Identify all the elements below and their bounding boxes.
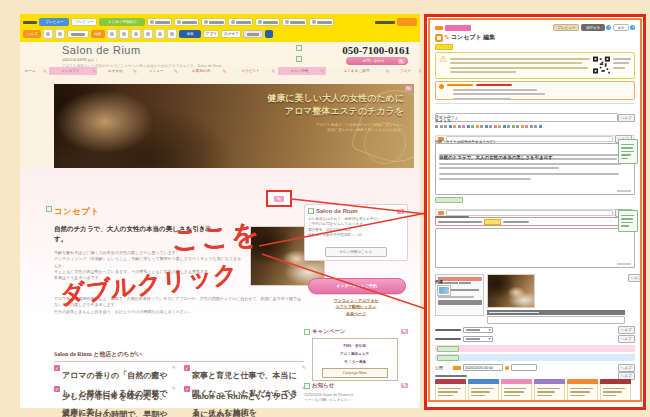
theme-card[interactable] — [435, 379, 466, 402]
internet-reserve-button[interactable]: インターネットご予約 — [308, 278, 406, 294]
help-button[interactable]: ヘルプ — [618, 114, 635, 122]
publish-end-input[interactable] — [511, 364, 537, 371]
nav-item-voice[interactable]: お客様の声 — [180, 67, 228, 75]
cms-tool-icon[interactable] — [131, 29, 141, 39]
help-button[interactable]: ヘルプ — [628, 274, 642, 282]
notice-tag — [435, 44, 453, 50]
theme-card[interactable] — [567, 379, 598, 402]
cms-tool-icon[interactable] — [119, 29, 129, 39]
title-input[interactable]: コンセプト — [435, 113, 618, 122]
cms-menu-button[interactable] — [282, 18, 307, 26]
cms-extra-button[interactable] — [243, 30, 263, 38]
logout-button[interactable]: ログオフ — [221, 30, 241, 38]
news-item[interactable]: 2020/10/20 Salon de Riumのサ ページを公開いたしました！ — [304, 392, 408, 406]
cms-menu-button[interactable] — [228, 18, 253, 26]
nav-item-concept[interactable]: コンセプト — [49, 67, 97, 75]
placeholder-lines — [439, 173, 631, 180]
theme-card[interactable] — [468, 379, 499, 402]
image-tool-icon[interactable] — [438, 211, 444, 215]
help-q-icon[interactable]: ? — [606, 25, 611, 30]
panel-save-button[interactable]: 保存する — [581, 24, 605, 31]
panel-preview-button[interactable]: プレビュー — [553, 24, 579, 31]
image-thumbnail-small[interactable] — [438, 286, 450, 295]
caption-input[interactable] — [487, 316, 625, 324]
char-count — [617, 190, 631, 192]
list-item: ✓Salon de Riumというサロン名に込めた想い — [184, 385, 306, 402]
cms-menu-button[interactable] — [174, 18, 199, 26]
basic-button[interactable]: 基本 — [179, 30, 201, 38]
cms-contact-button[interactable] — [67, 30, 89, 38]
cms-grid-icon[interactable] — [265, 30, 273, 38]
salon-info-box: Salon de Rium✎ 心と身体をゆるめて、健康的な美をお手伝い。 ご予約… — [304, 204, 408, 261]
help-q-icon[interactable]: ? — [630, 25, 635, 30]
edit-mode-button[interactable]: 編集 — [91, 30, 105, 38]
second-textarea[interactable] — [435, 228, 635, 268]
cms-tool-icon[interactable] — [107, 29, 117, 39]
contact-button[interactable]: お問い合わせ✎ — [346, 57, 408, 65]
cms-tool-icon[interactable] — [143, 29, 153, 39]
cms-account-area — [375, 18, 417, 26]
cms-menu-button[interactable] — [309, 18, 334, 26]
edit-icon[interactable]: ✎ — [405, 86, 412, 91]
cms-menu-button[interactable] — [147, 18, 172, 26]
cms-tool-icon[interactable] — [155, 29, 165, 39]
sidebar-box-title: Salon de Rium — [316, 208, 358, 214]
preview-chip[interactable] — [435, 197, 463, 203]
nav-item-menu[interactable]: メニュー — [139, 67, 179, 75]
edit-icon[interactable]: ✎ — [401, 383, 408, 388]
preview-tab[interactable]: プレビュー — [71, 18, 97, 26]
nav-item-blog[interactable]: ブログ — [392, 67, 424, 75]
campaign-box[interactable]: PMS・更年期 アロマ整体エステ モニター募集 Campaign Menu — [312, 338, 398, 381]
uploaded-photo-thumbnail[interactable] — [487, 274, 535, 308]
app-button[interactable]: アプリ — [203, 30, 219, 38]
hero-banner: 健康に美しい大人の女性のために アロマ整体エステのチカラを アロマと整体という自… — [54, 84, 414, 168]
theme-card[interactable] — [501, 379, 532, 402]
guide-button[interactable]: よく使う手順紹介 — [99, 18, 145, 26]
campaign-menu-button[interactable]: Campaign Menu — [322, 368, 388, 378]
cms-menu-button[interactable] — [255, 18, 280, 26]
nav-item-faq[interactable]: よくあるご質問 — [327, 67, 391, 75]
highlighted-field[interactable] — [435, 217, 635, 226]
toggle-chip[interactable] — [437, 346, 459, 352]
help-button[interactable]: ヘルプ — [23, 30, 41, 38]
preview-button[interactable]: プレビュー — [39, 18, 69, 26]
select-image-button[interactable] — [438, 300, 482, 305]
hero-subtitle: アロマと整体という自然のチカラで年齢に逆らわない 自然に逆らわない健康と美しさを… — [214, 122, 404, 138]
list-item: ✓家事と育児と仕事で、本当に固くなっていた私だからできる、そんな施術を — [184, 364, 306, 381]
nav-item-osusume[interactable]: おすすめ — [98, 67, 138, 75]
status-badge — [435, 26, 443, 30]
nav-item-therapist[interactable]: セラピスト — [229, 67, 277, 75]
theme-card[interactable] — [600, 379, 631, 402]
toolbar-field[interactable] — [446, 210, 613, 216]
edit-icon[interactable]: ✎ — [397, 209, 404, 214]
help-button[interactable]: ヘルプ — [618, 326, 635, 334]
member-page-link[interactable]: ワンコイン・アロマ＆セ ルフケア動画レッスン 会員ページ — [304, 298, 408, 326]
theme-card[interactable] — [534, 379, 565, 402]
edit-icon[interactable]: ✎ — [401, 329, 408, 334]
cms-toolbar-row2: ヘルプ 編集 基本 アプリ ログオフ — [23, 28, 417, 40]
cms-login-button[interactable] — [397, 18, 417, 26]
help-button[interactable]: ヘルプ — [618, 335, 635, 343]
edit-icon[interactable]: ✎ — [274, 196, 284, 202]
dropdown-select[interactable]: ▾ — [463, 336, 493, 342]
edit-icon[interactable]: ✎ — [398, 59, 405, 64]
editor-icon-toolbar[interactable] — [435, 124, 635, 129]
cms-tool-icon[interactable] — [167, 29, 177, 39]
dropdown-select[interactable]: ▾ — [463, 327, 493, 333]
publish-date-input[interactable]: 2020/10/20 00:00 — [463, 364, 503, 371]
publish-badge — [453, 366, 461, 370]
nav-item-home[interactable]: ホーム — [17, 67, 49, 75]
highlight-chip — [484, 219, 501, 225]
placeholder-lines — [447, 84, 631, 97]
cms-icon-button[interactable] — [43, 29, 53, 39]
cms-menu-button[interactable] — [201, 18, 226, 26]
salon-info-button[interactable]: サロン情報はこちら — [325, 247, 387, 257]
content-textarea[interactable]: 自然のチカラで、大人の女性の本当の美しさを引き出す。 — [435, 143, 635, 195]
nav-item-salon-info[interactable]: サロン情報 — [278, 67, 326, 75]
pencil-icon: ✎ — [444, 34, 450, 42]
cms-icon-button[interactable] — [55, 29, 65, 39]
range-dot — [505, 366, 509, 370]
toggle-chip[interactable] — [437, 355, 459, 361]
help-button[interactable]: ヘルプ — [618, 364, 635, 372]
panel-back-button[interactable]: 戻る — [613, 24, 629, 31]
